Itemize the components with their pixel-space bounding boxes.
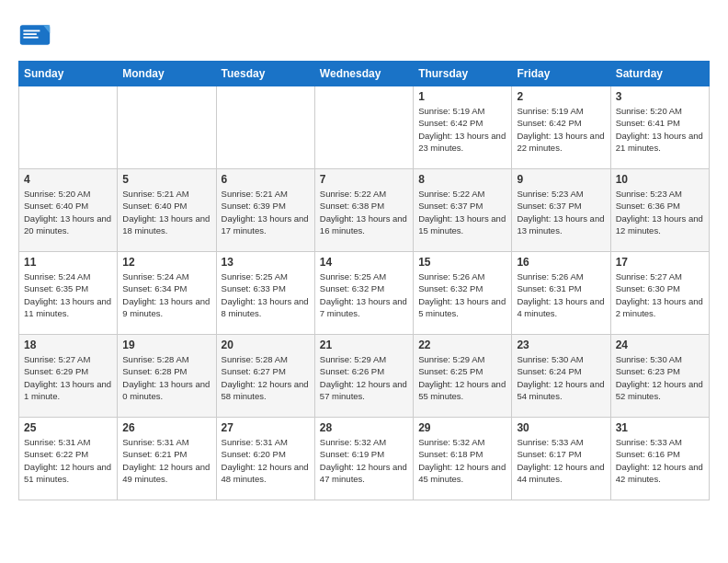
calendar-cell: 30Sunrise: 5:33 AM Sunset: 6:17 PM Dayli… xyxy=(512,418,610,500)
weekday-row: SundayMondayTuesdayWednesdayThursdayFrid… xyxy=(19,62,710,86)
calendar-cell: 2Sunrise: 5:19 AM Sunset: 6:42 PM Daylig… xyxy=(512,86,610,169)
day-info: Sunrise: 5:24 AM Sunset: 6:35 PM Dayligh… xyxy=(24,270,112,319)
logo-icon xyxy=(18,18,51,52)
day-number: 1 xyxy=(418,90,506,103)
calendar-cell: 28Sunrise: 5:32 AM Sunset: 6:19 PM Dayli… xyxy=(314,418,413,500)
day-info: Sunrise: 5:30 AM Sunset: 6:23 PM Dayligh… xyxy=(616,353,704,402)
day-info: Sunrise: 5:25 AM Sunset: 6:32 PM Dayligh… xyxy=(320,270,408,319)
calendar-body: 1Sunrise: 5:19 AM Sunset: 6:42 PM Daylig… xyxy=(19,86,710,500)
day-info: Sunrise: 5:29 AM Sunset: 6:25 PM Dayligh… xyxy=(418,353,506,402)
calendar-cell: 16Sunrise: 5:26 AM Sunset: 6:31 PM Dayli… xyxy=(512,252,610,335)
logo xyxy=(18,18,55,52)
calendar-cell: 18Sunrise: 5:27 AM Sunset: 6:29 PM Dayli… xyxy=(19,335,118,418)
day-number: 21 xyxy=(320,339,408,351)
calendar-cell: 23Sunrise: 5:30 AM Sunset: 6:24 PM Dayli… xyxy=(512,335,610,418)
day-number: 4 xyxy=(24,173,112,186)
day-number: 23 xyxy=(517,339,605,351)
svg-rect-3 xyxy=(23,33,36,35)
calendar-cell: 7Sunrise: 5:22 AM Sunset: 6:38 PM Daylig… xyxy=(314,169,413,252)
day-number: 20 xyxy=(222,339,310,351)
day-number: 31 xyxy=(616,421,704,434)
calendar-cell: 9Sunrise: 5:23 AM Sunset: 6:37 PM Daylig… xyxy=(512,169,610,252)
weekday-header-saturday: Saturday xyxy=(610,62,709,86)
calendar-cell: 25Sunrise: 5:31 AM Sunset: 6:22 PM Dayli… xyxy=(19,418,118,500)
day-number: 28 xyxy=(320,421,408,434)
calendar-cell: 1Sunrise: 5:19 AM Sunset: 6:42 PM Daylig… xyxy=(414,86,512,169)
calendar-cell: 12Sunrise: 5:24 AM Sunset: 6:34 PM Dayli… xyxy=(118,252,216,335)
day-number: 8 xyxy=(418,173,506,186)
calendar-cell: 3Sunrise: 5:20 AM Sunset: 6:41 PM Daylig… xyxy=(610,86,709,169)
calendar-week-4: 18Sunrise: 5:27 AM Sunset: 6:29 PM Dayli… xyxy=(19,335,710,418)
day-number: 16 xyxy=(517,256,605,269)
calendar-cell xyxy=(314,86,413,169)
day-number: 25 xyxy=(24,421,112,434)
svg-rect-4 xyxy=(23,37,38,39)
day-info: Sunrise: 5:21 AM Sunset: 6:40 PM Dayligh… xyxy=(122,188,210,236)
calendar-cell: 31Sunrise: 5:33 AM Sunset: 6:16 PM Dayli… xyxy=(610,418,709,500)
day-info: Sunrise: 5:31 AM Sunset: 6:20 PM Dayligh… xyxy=(222,436,310,485)
day-number: 12 xyxy=(122,256,210,269)
calendar-cell: 27Sunrise: 5:31 AM Sunset: 6:20 PM Dayli… xyxy=(216,418,314,500)
day-info: Sunrise: 5:32 AM Sunset: 6:18 PM Dayligh… xyxy=(418,436,506,485)
calendar-cell xyxy=(216,86,314,169)
day-info: Sunrise: 5:28 AM Sunset: 6:28 PM Dayligh… xyxy=(122,353,210,402)
day-info: Sunrise: 5:29 AM Sunset: 6:26 PM Dayligh… xyxy=(320,353,408,402)
calendar-cell: 29Sunrise: 5:32 AM Sunset: 6:18 PM Dayli… xyxy=(414,418,512,500)
calendar-cell: 26Sunrise: 5:31 AM Sunset: 6:21 PM Dayli… xyxy=(118,418,216,500)
day-number: 9 xyxy=(517,173,605,186)
day-number: 7 xyxy=(320,173,408,186)
day-info: Sunrise: 5:22 AM Sunset: 6:38 PM Dayligh… xyxy=(320,188,408,236)
day-info: Sunrise: 5:33 AM Sunset: 6:16 PM Dayligh… xyxy=(616,436,704,485)
day-number: 18 xyxy=(24,339,112,351)
calendar-cell: 20Sunrise: 5:28 AM Sunset: 6:27 PM Dayli… xyxy=(216,335,314,418)
calendar-cell: 14Sunrise: 5:25 AM Sunset: 6:32 PM Dayli… xyxy=(314,252,413,335)
calendar-cell: 8Sunrise: 5:22 AM Sunset: 6:37 PM Daylig… xyxy=(414,169,512,252)
day-number: 6 xyxy=(222,173,310,186)
day-info: Sunrise: 5:26 AM Sunset: 6:31 PM Dayligh… xyxy=(517,270,605,319)
weekday-header-wednesday: Wednesday xyxy=(314,62,413,86)
svg-rect-2 xyxy=(23,30,40,32)
day-number: 10 xyxy=(616,173,704,186)
calendar-cell: 24Sunrise: 5:30 AM Sunset: 6:23 PM Dayli… xyxy=(610,335,709,418)
calendar-cell: 15Sunrise: 5:26 AM Sunset: 6:32 PM Dayli… xyxy=(414,252,512,335)
weekday-header-monday: Monday xyxy=(118,62,216,86)
calendar-cell: 10Sunrise: 5:23 AM Sunset: 6:36 PM Dayli… xyxy=(610,169,709,252)
calendar-header: SundayMondayTuesdayWednesdayThursdayFrid… xyxy=(19,62,710,86)
calendar-cell: 5Sunrise: 5:21 AM Sunset: 6:40 PM Daylig… xyxy=(118,169,216,252)
day-info: Sunrise: 5:21 AM Sunset: 6:39 PM Dayligh… xyxy=(222,188,310,236)
day-info: Sunrise: 5:20 AM Sunset: 6:40 PM Dayligh… xyxy=(24,188,112,236)
day-info: Sunrise: 5:25 AM Sunset: 6:33 PM Dayligh… xyxy=(222,270,310,319)
calendar-week-1: 1Sunrise: 5:19 AM Sunset: 6:42 PM Daylig… xyxy=(19,86,710,169)
day-number: 30 xyxy=(517,421,605,434)
day-info: Sunrise: 5:24 AM Sunset: 6:34 PM Dayligh… xyxy=(122,270,210,319)
weekday-header-tuesday: Tuesday xyxy=(216,62,314,86)
day-info: Sunrise: 5:26 AM Sunset: 6:32 PM Dayligh… xyxy=(418,270,506,319)
day-number: 19 xyxy=(122,339,210,351)
day-info: Sunrise: 5:30 AM Sunset: 6:24 PM Dayligh… xyxy=(517,353,605,402)
day-number: 13 xyxy=(222,256,310,269)
day-info: Sunrise: 5:23 AM Sunset: 6:36 PM Dayligh… xyxy=(616,188,704,236)
calendar-cell: 21Sunrise: 5:29 AM Sunset: 6:26 PM Dayli… xyxy=(314,335,413,418)
day-info: Sunrise: 5:20 AM Sunset: 6:41 PM Dayligh… xyxy=(616,105,704,154)
day-number: 5 xyxy=(122,173,210,186)
day-info: Sunrise: 5:22 AM Sunset: 6:37 PM Dayligh… xyxy=(418,188,506,236)
day-number: 3 xyxy=(616,90,704,103)
day-info: Sunrise: 5:19 AM Sunset: 6:42 PM Dayligh… xyxy=(418,105,506,154)
calendar-week-2: 4Sunrise: 5:20 AM Sunset: 6:40 PM Daylig… xyxy=(19,169,710,252)
weekday-header-thursday: Thursday xyxy=(414,62,512,86)
calendar-cell: 4Sunrise: 5:20 AM Sunset: 6:40 PM Daylig… xyxy=(19,169,118,252)
calendar-cell xyxy=(118,86,216,169)
day-info: Sunrise: 5:33 AM Sunset: 6:17 PM Dayligh… xyxy=(517,436,605,485)
day-number: 24 xyxy=(616,339,704,351)
day-info: Sunrise: 5:27 AM Sunset: 6:29 PM Dayligh… xyxy=(24,353,112,402)
calendar-cell: 11Sunrise: 5:24 AM Sunset: 6:35 PM Dayli… xyxy=(19,252,118,335)
calendar-cell: 6Sunrise: 5:21 AM Sunset: 6:39 PM Daylig… xyxy=(216,169,314,252)
calendar-week-3: 11Sunrise: 5:24 AM Sunset: 6:35 PM Dayli… xyxy=(19,252,710,335)
day-number: 27 xyxy=(222,421,310,434)
weekday-header-friday: Friday xyxy=(512,62,610,86)
day-number: 29 xyxy=(418,421,506,434)
calendar-cell: 22Sunrise: 5:29 AM Sunset: 6:25 PM Dayli… xyxy=(414,335,512,418)
day-number: 14 xyxy=(320,256,408,269)
calendar-table: SundayMondayTuesdayWednesdayThursdayFrid… xyxy=(18,61,710,500)
day-number: 2 xyxy=(517,90,605,103)
